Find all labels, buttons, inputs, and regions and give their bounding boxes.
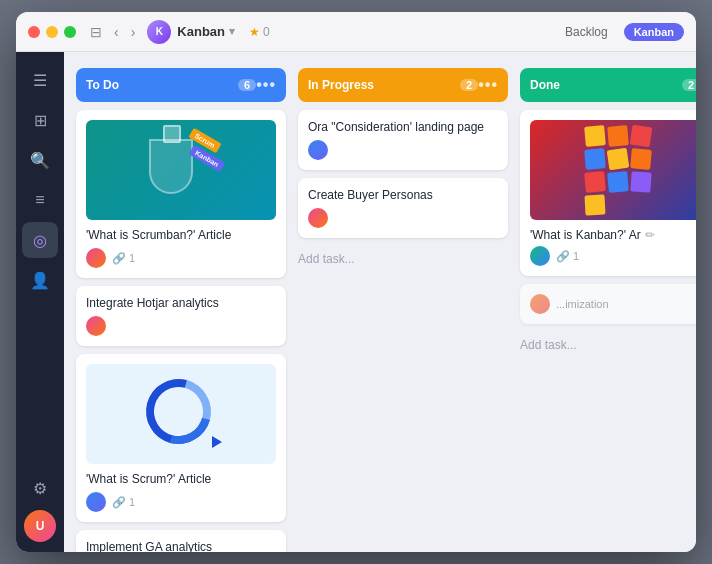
card-scrumban-meta: 🔗 1 bbox=[86, 248, 276, 268]
edit-icon[interactable]: ✏ bbox=[645, 228, 655, 242]
card-scrumban-image: Scrum Kanban bbox=[86, 120, 276, 220]
user-avatar[interactable]: U bbox=[24, 510, 56, 542]
flask-container: Scrum Kanban bbox=[141, 125, 221, 215]
card-scrum-image bbox=[86, 364, 276, 464]
card-ga[interactable]: Implement GA analytics bbox=[76, 530, 286, 552]
sticky-purple-1 bbox=[630, 171, 651, 192]
kanban-board: To Do 6 ••• Scrum Kan bbox=[64, 52, 696, 552]
kanban-badge[interactable]: Kanban bbox=[624, 23, 684, 41]
sidebar-toggle-icon[interactable]: ⊟ bbox=[86, 22, 106, 42]
column-inprogress-menu-icon[interactable]: ••• bbox=[478, 76, 498, 94]
column-done-count: 2 bbox=[682, 79, 696, 91]
sidebar-item-kanban[interactable]: ◎ bbox=[22, 222, 58, 258]
card-scrum-article-count: 🔗 1 bbox=[112, 496, 135, 509]
header-right: Backlog Kanban bbox=[557, 22, 684, 42]
column-todo-count: 6 bbox=[238, 79, 256, 91]
card-scrum-article[interactable]: 'What is Scrum?' Article 🔗 1 bbox=[76, 354, 286, 522]
card-optimization-label: ...imization bbox=[556, 298, 609, 310]
card-kanban-article-title: 'What is Kanban?' Ar bbox=[530, 228, 641, 242]
chevron-down-icon: ▾ bbox=[229, 25, 235, 38]
column-todo-menu-icon[interactable]: ••• bbox=[256, 76, 276, 94]
board-title-text: Kanban bbox=[177, 24, 225, 39]
maximize-button[interactable] bbox=[64, 26, 76, 38]
done-add-task[interactable]: Add task... bbox=[520, 332, 696, 358]
sidebar-item-menu[interactable]: ☰ bbox=[22, 62, 58, 98]
sidebar-item-list[interactable]: ≡ bbox=[22, 182, 58, 218]
card-scrum-article-meta: 🔗 1 bbox=[86, 492, 276, 512]
star-icon[interactable]: ★ bbox=[249, 25, 260, 39]
sticky-yellow-2 bbox=[607, 147, 630, 170]
card-ora[interactable]: Ora "Consideration' landing page bbox=[298, 110, 508, 170]
cycle-arc-bottom bbox=[134, 367, 223, 456]
breadcrumb: K Kanban ▾ ★ 0 bbox=[147, 20, 557, 44]
card-scrumban-count: 🔗 1 bbox=[112, 252, 135, 265]
card-scrum-article-avatar bbox=[86, 492, 106, 512]
card-scrumban[interactable]: Scrum Kanban 'What is Scrumban?' Article… bbox=[76, 110, 286, 278]
card-hotjar-meta bbox=[86, 316, 276, 336]
card-ora-title: Ora "Consideration' landing page bbox=[308, 120, 498, 134]
back-icon[interactable]: ‹ bbox=[110, 22, 123, 42]
sticky-yellow-1 bbox=[584, 125, 606, 147]
card-buyer[interactable]: Create Buyer Personas bbox=[298, 178, 508, 238]
board-avatar: K bbox=[147, 20, 171, 44]
agile-illustration bbox=[86, 364, 276, 464]
sticky-yellow-3 bbox=[584, 194, 605, 215]
backlog-button[interactable]: Backlog bbox=[557, 22, 616, 42]
inprogress-add-task[interactable]: Add task... bbox=[298, 246, 508, 272]
column-inprogress-cards: Ora "Consideration' landing page Create … bbox=[298, 110, 508, 238]
minimize-button[interactable] bbox=[46, 26, 58, 38]
card-hotjar[interactable]: Integrate Hotjar analytics bbox=[76, 286, 286, 346]
main-content: ☰ ⊞ 🔍 ≡ ◎ 👤 ⚙ U To Do 6 ••• bbox=[16, 52, 696, 552]
board-title: Kanban ▾ bbox=[177, 24, 235, 39]
card-optimization[interactable]: ...imization bbox=[520, 284, 696, 324]
card-buyer-meta bbox=[308, 208, 498, 228]
sidebar-item-search[interactable]: 🔍 bbox=[22, 142, 58, 178]
card-ora-avatar bbox=[308, 140, 328, 160]
column-done: Done 2 ••• bbox=[520, 68, 696, 536]
column-todo: To Do 6 ••• Scrum Kan bbox=[76, 68, 286, 536]
nav-icons: ⊟ ‹ › bbox=[86, 22, 139, 42]
arrow-head bbox=[212, 436, 222, 448]
sticky-orange-1 bbox=[607, 125, 629, 147]
card-buyer-title: Create Buyer Personas bbox=[308, 188, 498, 202]
card-ora-meta bbox=[308, 140, 498, 160]
sticky-red-2 bbox=[584, 171, 606, 193]
card-scrum-article-title: 'What is Scrum?' Article bbox=[86, 472, 276, 486]
column-todo-title: To Do bbox=[86, 78, 232, 92]
sticky-notes-group bbox=[585, 126, 665, 215]
titlebar: ⊟ ‹ › K Kanban ▾ ★ 0 Backlog Kanban bbox=[16, 12, 696, 52]
card-scrumban-avatar bbox=[86, 248, 106, 268]
title-stars: ★ 0 bbox=[249, 25, 270, 39]
card-hotjar-title: Integrate Hotjar analytics bbox=[86, 296, 276, 310]
sticky-blue-1 bbox=[584, 148, 606, 170]
forward-icon[interactable]: › bbox=[127, 22, 140, 42]
sidebar: ☰ ⊞ 🔍 ≡ ◎ 👤 ⚙ U bbox=[16, 52, 64, 552]
column-todo-cards: Scrum Kanban 'What is Scrumban?' Article… bbox=[76, 110, 286, 552]
card-buyer-avatar bbox=[308, 208, 328, 228]
card-optimization-meta: ...imization bbox=[530, 294, 696, 314]
column-inprogress-header: In Progress 2 ••• bbox=[298, 68, 508, 102]
close-button[interactable] bbox=[28, 26, 40, 38]
column-inprogress-count: 2 bbox=[460, 79, 478, 91]
card-kanban-article-count: 🔗 1 bbox=[556, 250, 579, 263]
sidebar-item-grid[interactable]: ⊞ bbox=[22, 102, 58, 138]
traffic-lights bbox=[28, 26, 76, 38]
sidebar-item-people[interactable]: 👤 bbox=[22, 262, 58, 298]
scrum-illustration: Scrum Kanban bbox=[86, 120, 276, 220]
cycle-container bbox=[136, 374, 226, 454]
kanban-label-flask: Kanban bbox=[189, 145, 225, 172]
flask-body-shape bbox=[149, 139, 193, 194]
column-done-title: Done bbox=[530, 78, 676, 92]
column-inprogress: In Progress 2 ••• Ora "Consideration' la… bbox=[298, 68, 508, 536]
card-kanban-title-row: 'What is Kanban?' Ar ✏ bbox=[530, 228, 696, 242]
column-todo-header: To Do 6 ••• bbox=[76, 68, 286, 102]
sticky-orange-2 bbox=[630, 148, 652, 170]
card-kanban-article[interactable]: 'What is Kanban?' Ar ✏ 🔗 1 bbox=[520, 110, 696, 276]
card-hotjar-avatar bbox=[86, 316, 106, 336]
column-done-header: Done 2 ••• bbox=[520, 68, 696, 102]
star-count: 0 bbox=[263, 25, 270, 39]
sidebar-item-settings[interactable]: ⚙ bbox=[22, 470, 58, 506]
sticky-blue-2 bbox=[607, 171, 629, 193]
card-kanban-article-avatar bbox=[530, 246, 550, 266]
column-done-cards: 'What is Kanban?' Ar ✏ 🔗 1 ...imization bbox=[520, 110, 696, 324]
